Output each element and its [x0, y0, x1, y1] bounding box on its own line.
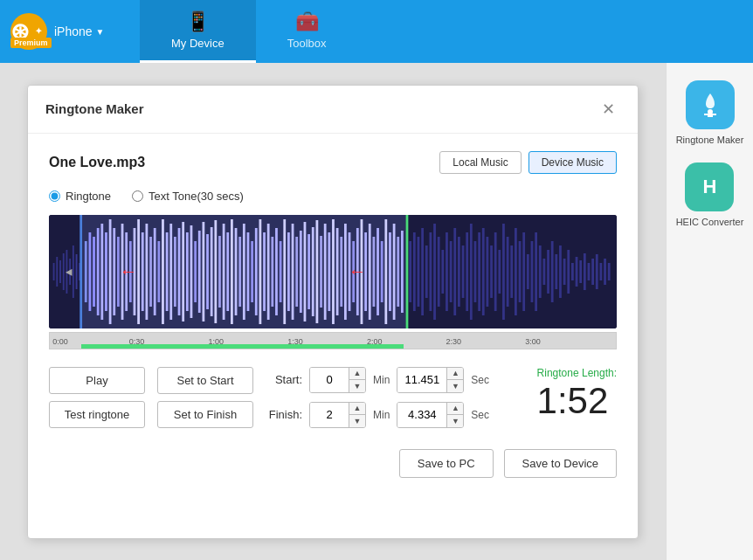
nav-tabs: 📱 My Device 🧰 Toolbox — [140, 0, 358, 63]
start-sec-down[interactable]: ▼ — [447, 380, 463, 392]
play-button[interactable]: Play — [49, 367, 145, 394]
svg-rect-139 — [600, 263, 603, 280]
svg-rect-10 — [76, 254, 78, 289]
svg-rect-55 — [255, 228, 258, 315]
svg-rect-66 — [300, 231, 302, 313]
svg-rect-88 — [389, 232, 391, 311]
finish-sec-down[interactable]: ▼ — [447, 415, 463, 427]
start-min-up[interactable]: ▲ — [349, 368, 365, 380]
topbar: ✦ Premium iPhone ▼ 📱 My Device 🧰 Toolbox — [0, 0, 753, 63]
start-label: Start: — [266, 373, 302, 386]
svg-rect-83 — [369, 224, 371, 320]
svg-rect-107 — [470, 224, 473, 320]
start-sec-spinner[interactable]: 11.451 ▲ ▼ — [397, 367, 464, 393]
svg-rect-91 — [401, 231, 404, 313]
close-button[interactable]: ✕ — [597, 98, 620, 121]
start-sec-input[interactable]: 11.451 — [397, 368, 446, 392]
finish-min-input[interactable]: 2 — [310, 403, 349, 427]
svg-rect-73 — [328, 232, 330, 311]
svg-rect-101 — [446, 232, 448, 311]
set-to-start-button[interactable]: Set to Start — [157, 367, 253, 394]
svg-rect-100 — [441, 250, 444, 294]
finish-sec-arrows: ▲ ▼ — [446, 403, 463, 427]
svg-rect-76 — [340, 237, 342, 307]
tab-toolbox[interactable]: 🧰 Toolbox — [256, 0, 358, 63]
toolbox-icon: 🧰 — [295, 10, 319, 33]
svg-rect-132 — [571, 263, 574, 280]
svg-rect-113 — [494, 232, 497, 311]
radio-row: Ringtone Text Tone(30 secs) — [49, 190, 617, 203]
svg-rect-38 — [186, 232, 189, 311]
svg-rect-3 — [53, 263, 55, 280]
svg-rect-57 — [263, 232, 266, 311]
timeline: 0:00 0:30 1:00 1:30 2:00 2:30 3:00 — [49, 332, 617, 349]
controls-row: Play Test ringtone Set to Start Set to F… — [49, 367, 617, 428]
svg-rect-27 — [142, 232, 144, 311]
svg-rect-127 — [551, 241, 554, 302]
finish-min-down[interactable]: ▼ — [349, 415, 365, 427]
start-min-input[interactable]: 0 — [310, 368, 349, 392]
my-device-icon: 📱 — [186, 10, 210, 33]
svg-rect-119 — [519, 241, 522, 302]
sidebar-ringtone-maker[interactable]: Ringtone Maker — [676, 80, 744, 145]
svg-rect-40 — [194, 241, 197, 302]
svg-rect-65 — [295, 237, 298, 307]
save-to-device-button[interactable]: Save to Device — [504, 449, 617, 478]
finish-sec-unit: Sec — [471, 409, 489, 421]
start-min-down[interactable]: ▼ — [349, 380, 365, 392]
ringtone-maker-icon — [686, 80, 735, 129]
svg-rect-72 — [324, 224, 327, 320]
timeline-label-0: 0:00 — [52, 337, 68, 346]
premium-badge: Premium — [10, 38, 52, 48]
save-to-pc-button[interactable]: Save to PC — [399, 449, 494, 478]
svg-rect-18 — [105, 232, 107, 311]
start-min-spinner[interactable]: 0 ▲ ▼ — [309, 367, 366, 393]
ringtone-radio[interactable] — [49, 190, 60, 202]
finish-sec-up[interactable]: ▲ — [447, 403, 463, 415]
svg-rect-142 — [79, 215, 82, 328]
timeline-label-3: 1:30 — [287, 337, 303, 346]
svg-rect-43 — [206, 234, 209, 309]
source-buttons: Local Music Device Music — [439, 151, 617, 174]
finish-min-up[interactable]: ▲ — [349, 403, 365, 415]
svg-rect-134 — [579, 260, 582, 283]
text-tone-radio-label[interactable]: Text Tone(30 secs) — [132, 190, 244, 203]
svg-rect-45 — [214, 220, 217, 323]
svg-rect-116 — [507, 237, 509, 307]
svg-rect-94 — [418, 237, 420, 307]
finish-sec-input[interactable]: 4.334 — [397, 403, 446, 427]
start-sec-up[interactable]: ▲ — [447, 368, 463, 380]
waveform-container[interactable]: // Generate waveform bars via inline gen… — [49, 215, 617, 328]
sidebar-heic-converter[interactable]: H HEIC Converter — [676, 162, 744, 227]
svg-rect-144 — [406, 215, 409, 328]
text-tone-radio[interactable] — [132, 190, 143, 202]
svg-rect-5 — [59, 260, 61, 283]
finish-min-spinner[interactable]: 2 ▲ ▼ — [309, 402, 366, 428]
svg-rect-68 — [307, 234, 310, 309]
file-name: One Love.mp3 — [49, 155, 145, 170]
svg-rect-114 — [498, 250, 501, 294]
svg-rect-28 — [146, 224, 149, 320]
length-label: Ringtone Length: — [537, 367, 617, 379]
ringtone-radio-label[interactable]: Ringtone — [49, 190, 111, 203]
svg-rect-115 — [502, 224, 505, 320]
set-to-finish-button[interactable]: Set to Finish — [157, 401, 253, 428]
svg-rect-136 — [588, 263, 591, 280]
svg-rect-61 — [280, 241, 282, 302]
device-selector[interactable]: iPhone ▼ — [47, 24, 105, 38]
svg-rect-85 — [376, 228, 379, 315]
timeline-label-4: 2:00 — [367, 337, 383, 346]
svg-rect-89 — [393, 224, 396, 320]
svg-rect-14 — [89, 232, 92, 311]
svg-rect-105 — [462, 245, 465, 298]
start-min-unit: Min — [373, 374, 390, 386]
svg-rect-53 — [247, 232, 250, 311]
svg-rect-74 — [332, 219, 335, 324]
svg-rect-84 — [373, 237, 376, 307]
tab-my-device[interactable]: 📱 My Device — [140, 0, 256, 63]
finish-sec-spinner[interactable]: 4.334 ▲ ▼ — [397, 402, 464, 428]
local-music-button[interactable]: Local Music — [439, 151, 521, 174]
test-ringtone-button[interactable]: Test ringtone — [49, 401, 145, 428]
finish-label: Finish: — [266, 408, 302, 421]
device-music-button[interactable]: Device Music — [528, 151, 617, 174]
